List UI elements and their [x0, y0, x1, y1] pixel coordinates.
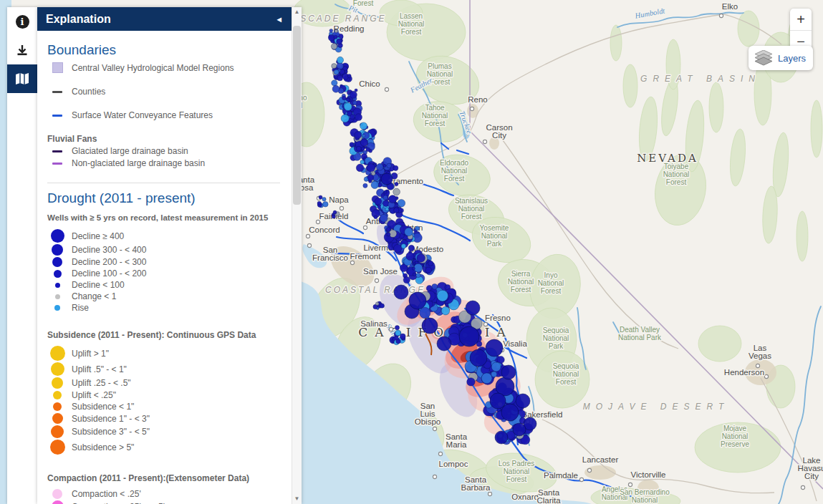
legend-item: Decline ≥ 400 [47, 229, 287, 243]
subsidence-heading: Subsidence (2011 - Present): Continuous … [47, 330, 287, 340]
circle-swatch [47, 229, 67, 243]
circle-swatch [47, 270, 67, 278]
map-label-region: MOJAVE DESERT [583, 402, 729, 412]
download-button[interactable] [7, 36, 37, 64]
scroll-up-arrow[interactable]: ▲ [294, 7, 300, 17]
map-label-city: SantaMaria [446, 432, 468, 449]
legend-item-label: Glaciated large drainage basin [72, 146, 188, 156]
map-icon [14, 72, 30, 86]
circle-swatch [47, 402, 67, 411]
legend-item-label: Uplift .25 - < .5" [72, 378, 131, 388]
compaction-heading: Compaction (2011 - Present):(Extensomete… [47, 473, 287, 483]
city-marker [628, 483, 632, 486]
legend-item-label: Counties [72, 87, 105, 97]
legend-item-label: Compaction = .25' - < .5' [72, 502, 165, 504]
line-swatch [47, 115, 67, 117]
city-marker [756, 364, 759, 367]
explanation-panel: Explanation ◄ Boundaries Central Valley … [37, 7, 302, 504]
legend-item: Decline 100 - < 200 [47, 268, 287, 278]
circle-swatch [47, 283, 67, 288]
city-marker [801, 485, 804, 489]
legend-item-label: Central Valley Hydrological Model Region… [72, 63, 234, 73]
circle-swatch [47, 244, 67, 256]
explanation-panel-main: Explanation ◄ Boundaries Central Valley … [37, 7, 292, 504]
drought-legend: Decline ≥ 400Decline 300 - < 400Decline … [47, 229, 287, 313]
legend-item: Uplift > 1" [47, 346, 287, 361]
city-marker [340, 206, 343, 210]
legend-item: Decline 300 - < 400 [47, 244, 287, 256]
line-swatch [47, 163, 67, 165]
app-window: ForestLassenNationalForestPlumasNational… [0, 0, 823, 504]
legend-item: Non-glaciated large drainage basin [47, 158, 287, 168]
compaction-legend: Compaction < .25'Compaction = .25' - < .… [47, 489, 287, 504]
legend-item: Subsidence 3" - < 5" [47, 425, 287, 438]
legend-button[interactable] [7, 64, 37, 93]
legend-item-label: Rise [72, 303, 89, 313]
map-label-city: Fresno [485, 314, 511, 322]
boundaries-legend: Central Valley Hydrological Model Region… [47, 62, 287, 120]
line-swatch [47, 91, 67, 93]
circle-swatch [47, 257, 67, 267]
section-divider [47, 183, 280, 183]
fill-swatch [47, 62, 67, 73]
legend-item: Subsidence 1" - < 3" [47, 413, 287, 424]
legend-item: Subsidence > 5" [47, 440, 287, 455]
map-label-forest: TahoeNationalForest [422, 104, 448, 127]
layers-button[interactable]: Layers [749, 46, 813, 70]
drought-heading: Drought (2011 - present) [47, 190, 287, 206]
city-marker [483, 322, 487, 326]
map-label-city: Visalia [503, 339, 527, 348]
drought-subtitle: Wells with ≥ 5 yrs on record, latest mea… [47, 213, 287, 222]
circle-swatch [47, 391, 67, 399]
circle-swatch [47, 294, 67, 299]
legend-item-label: Subsidence > 5" [72, 442, 134, 452]
legend-item: Glaciated large drainage basin [47, 146, 287, 156]
city-marker [389, 327, 393, 331]
layers-button-label: Layers [778, 53, 806, 64]
tool-rail: i [7, 7, 37, 504]
map-label-region: COASTAL RANGE [325, 285, 425, 295]
map-label-forest: SierraNationalForest [508, 270, 534, 294]
map-label-forest: LassenNationalForest [398, 12, 425, 36]
info-button[interactable]: i [7, 7, 37, 36]
panel-scrollbar[interactable]: ▲ ▼ [292, 7, 302, 504]
city-marker [307, 243, 311, 247]
scroll-down-arrow[interactable]: ▼ [294, 494, 300, 504]
map-label-forest: MojaveNationalPreserve [721, 425, 749, 448]
legend-item: Compaction = .25' - < .5' [47, 500, 287, 504]
map-label-city: Fremont [350, 252, 382, 261]
info-icon: i [16, 15, 29, 29]
circle-swatch [47, 305, 67, 311]
city-marker [306, 234, 309, 238]
map-label-forest: SequoiaNationalForest [553, 362, 579, 386]
legend-item: Surface Water Conveyance Features [47, 110, 287, 120]
map-label-forest: Death ValleyNational Park [618, 326, 662, 341]
scrollbar-thumb[interactable] [293, 26, 301, 205]
legend-item-label: Surface Water Conveyance Features [72, 110, 213, 120]
circle-swatch [47, 425, 67, 438]
legend-item-label: Uplift > 1" [72, 349, 109, 359]
circle-swatch [47, 346, 67, 361]
zoom-in-button[interactable]: + [790, 9, 812, 30]
legend-item: Subsidence < 1" [47, 402, 287, 412]
boundaries-heading: Boundaries [47, 42, 287, 58]
collapse-panel-button[interactable]: ◄ [275, 15, 283, 24]
map-label-city: Salinas [360, 319, 388, 328]
legend-item: Decline < 100 [47, 280, 287, 290]
circle-swatch [47, 489, 67, 499]
legend-item-label: Decline < 100 [72, 280, 125, 290]
city-marker [375, 278, 378, 282]
map-label-region: GREAT BASIN [640, 74, 761, 84]
legend-item: Counties [47, 87, 287, 97]
legend-item: Uplift .5" - < 1" [47, 362, 287, 376]
map-label-city: Napa [329, 195, 349, 204]
legend-item: Central Valley Hydrological Model Region… [47, 62, 287, 73]
city-marker [363, 226, 367, 229]
legend-item-label: Decline 300 - < 400 [72, 245, 146, 255]
scrollbar-track[interactable] [292, 17, 302, 494]
legend-item: Uplift .25 - < .5" [47, 377, 287, 389]
city-marker [385, 87, 388, 91]
panel-title: Explanation [46, 13, 111, 26]
city-marker [764, 374, 768, 378]
city-marker [470, 107, 473, 110]
